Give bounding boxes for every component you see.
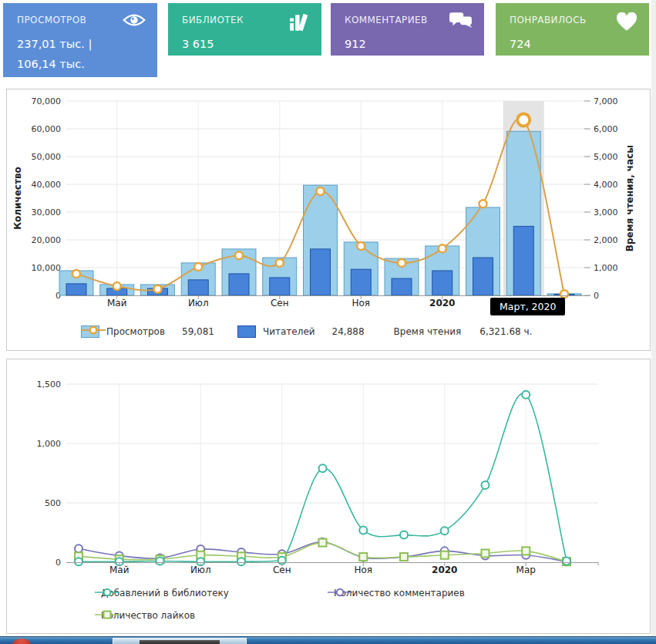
page-right-margin [651,0,656,636]
likes-point[interactable] [441,551,449,559]
taskbar-app-icon[interactable] [12,639,31,644]
views-readers-chart: 0010,0001,00020,0002,00030,0003,00040,00… [7,89,650,321]
legend-reading-time-label: Время чтения [394,326,462,337]
reading-time-point[interactable] [398,259,405,267]
right-axis-tick-label: 5,000 [594,152,618,162]
legend-readers-value: 24,888 [332,326,365,337]
y-axis-tick-label: 0 [56,558,61,568]
library-adds-point[interactable] [441,527,449,534]
reading-time-point[interactable] [72,270,80,278]
stat-card-comments: КОММЕНТАРИЕВ 912 [331,3,484,56]
stat-card-likes: ПОНРАВИЛОСЬ 724 [496,3,649,56]
card-likes-label: ПОНРАВИЛОСЬ [510,15,587,25]
taskbar[interactable] [0,636,656,644]
x-axis-label: Май [107,298,127,309]
legend-item-library-adds[interactable]: Добавлений в библиотеку [95,588,229,598]
books-icon [288,12,310,35]
legend-views-value: 59,081 [182,326,214,337]
likes-point[interactable] [522,547,530,555]
x-axis-label: Мар [516,565,536,575]
x-axis-label: Сен [273,565,291,575]
chat-icon [449,12,473,34]
reading-time-point[interactable] [439,244,446,252]
left-axis-tick-label: 70,000 [32,96,62,106]
legend-views-label: Просмотров [106,326,165,337]
right-axis-tick-label: 2,000 [594,235,618,245]
library-adds-point[interactable] [482,481,489,489]
card-libraries-label: БИБЛИОТЕК [182,15,244,25]
legend-item-likes[interactable]: Количество лайков [95,610,195,621]
legend-reading-time-value: 6,321.68 ч. [479,326,532,337]
likes-point[interactable] [359,553,367,561]
readers-bar[interactable] [432,271,452,295]
right-axis-tick-label: 0 [594,291,599,301]
left-axis-tick-label: 40,000 [32,180,62,190]
views-value-line2: 106,14 тыс. [17,54,92,74]
reading-time-point[interactable] [276,259,284,267]
card-views-value: 237,01 тыс. | 106,14 тыс. [17,34,92,74]
readers-swatch [237,325,256,338]
library-adds-point[interactable] [563,557,570,565]
right-axis-tick-label: 4,000 [594,180,618,190]
readers-bar[interactable] [392,278,412,295]
reading-time-point[interactable] [113,282,121,290]
taskbar-window-button[interactable] [113,638,247,644]
card-views-label: ПРОСМОТРОВ [17,15,86,25]
likes-point[interactable] [400,553,408,561]
left-axis-tick-label: 30,000 [32,207,62,217]
taskbar-window-thumbnail [140,640,220,644]
right-axis-tick-label: 1,000 [594,263,618,273]
left-axis-tick-label: 50,000 [32,152,62,162]
heart-icon [616,12,637,35]
library-adds-line [79,393,567,561]
library-adds-point[interactable] [400,531,408,539]
reading-time-point[interactable] [317,187,325,195]
chart-tooltip: Март, 2020 [490,298,565,315]
legend-item-reading-time[interactable]: Время чтения 6,321.68 ч. [388,326,533,337]
eye-icon [123,12,146,31]
readers-bar[interactable] [473,258,493,295]
library-adds-point[interactable] [522,391,530,399]
reading-time-point[interactable] [154,285,162,293]
right-axis-tick-label: 7,000 [594,96,618,106]
legend-item-readers[interactable]: Читателей 24,888 [237,325,365,338]
library-adds-point[interactable] [237,558,245,565]
readers-bar[interactable] [311,249,331,295]
reading-time-point[interactable] [479,200,487,207]
legend-comments-label: Количество комментариев [334,588,465,598]
reading-time-point[interactable] [194,263,202,271]
likes-point[interactable] [482,549,489,557]
readers-bar[interactable] [188,280,208,295]
readers-bar[interactable] [270,278,290,295]
library-adds-point[interactable] [75,558,82,565]
readers-bar[interactable] [229,274,249,295]
y-axis-tick-label: 1,000 [37,439,62,449]
x-axis-label: 2020 [432,565,457,575]
library-adds-point[interactable] [319,464,327,472]
reading-time-point[interactable] [560,290,568,298]
x-axis-label: Июл [190,565,211,575]
readers-bar[interactable] [513,226,533,295]
card-libraries-value: 3 615 [182,34,214,54]
y-axis-tick-label: 1,500 [37,379,62,389]
reading-time-point[interactable] [517,113,530,126]
left-axis-tick-label: 20,000 [32,235,62,245]
right-axis-tick-label: 6,000 [594,124,618,134]
readers-bar[interactable] [351,269,371,295]
likes-point[interactable] [319,539,327,547]
engagement-chart-panel: 05001,0001,500МайИюлСенНоя2020Мар Добавл… [6,359,651,634]
x-axis-label: Июл [188,298,209,309]
x-axis-label: 2020 [429,298,455,309]
x-axis-label: Ноя [352,298,370,309]
legend-library-adds-label: Добавлений в библиотеку [101,588,229,598]
reading-time-point[interactable] [235,251,243,259]
readers-bar[interactable] [66,284,86,295]
comments-point[interactable] [75,545,82,552]
library-adds-point[interactable] [156,557,164,565]
views-value-line1: 237,01 тыс. | [17,34,92,54]
left-axis-title: Количество [12,167,23,230]
legend-item-comments[interactable]: Количество комментариев [328,588,465,598]
library-adds-point[interactable] [359,526,367,534]
views-readers-chart-panel: 0010,0001,00020,0002,00030,0003,00040,00… [6,89,651,351]
reading-time-point[interactable] [357,242,365,250]
